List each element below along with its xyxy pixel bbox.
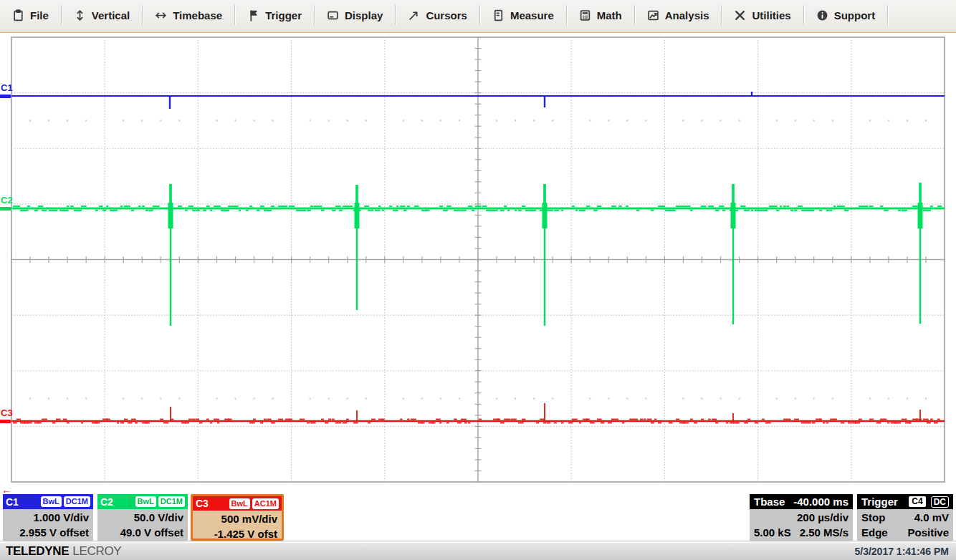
c3-noise: [493, 419, 499, 420]
grid-minor-dot: [589, 398, 591, 400]
c2-noise: [618, 206, 622, 207]
menu-utilities[interactable]: Utilities: [722, 0, 803, 30]
grid-minor-dot: [85, 120, 87, 121]
menu-cursors[interactable]: Cursors: [396, 0, 479, 30]
c2-noise: [554, 210, 559, 211]
c2-noise: [930, 206, 933, 207]
c3-noise: [34, 423, 39, 424]
c3-spike: [919, 410, 921, 421]
channel-descriptor-c1[interactable]: C1 BwL DC1M 1.000 V/div 2.955 V offset: [3, 494, 93, 541]
c3-noise: [708, 419, 711, 420]
c3-noise: [285, 419, 290, 420]
grid-minor-dot: [29, 120, 31, 121]
grid-minor-dot: [925, 398, 927, 400]
grid-minor-dot: [347, 398, 348, 400]
channel-descriptor-c3[interactable]: C3 BwL AC1M 500 mV/div -1.425 V ofst: [191, 494, 284, 541]
grid-minor-dot: [67, 120, 68, 121]
menu-support[interactable]: Support: [804, 0, 888, 30]
c2-noise: [658, 206, 661, 207]
c3-noise: [163, 423, 168, 424]
c2-noise: [837, 206, 841, 207]
c2-noise: [500, 210, 505, 211]
c3-noise: [561, 423, 564, 424]
c3-noise: [730, 423, 735, 424]
c2-trace[interactable]: [11, 208, 945, 210]
menu-math[interactable]: Math: [567, 0, 634, 30]
c3-noise: [421, 423, 425, 424]
grid-minor-dot: [533, 120, 535, 121]
grid-minor-dot: [365, 398, 367, 400]
menu-vertical[interactable]: Vertical: [62, 0, 142, 30]
c2-spike: [169, 184, 172, 208]
c2-noise: [224, 210, 229, 211]
c2-noise: [332, 210, 336, 211]
grid-minor-dot: [123, 398, 124, 400]
c3-noise: [783, 419, 787, 420]
menu-display[interactable]: Display: [315, 0, 395, 30]
c1-trace[interactable]: [11, 95, 945, 97]
c2-noise: [937, 206, 942, 207]
c3-noise: [27, 423, 32, 424]
c2-offset-marker[interactable]: [0, 207, 11, 211]
c3-noise: [855, 423, 860, 424]
menu-timebase[interactable]: Timebase: [143, 0, 234, 30]
c2-noise: [651, 210, 654, 211]
trigger-coupling-badge: DC: [931, 496, 949, 508]
c3-noise: [267, 419, 272, 420]
coupling-badge: DC1M: [64, 496, 90, 507]
grid-minor-dot: [869, 398, 871, 400]
c2-noise: [755, 210, 760, 211]
c2-noise: [787, 206, 789, 207]
menu-analysis[interactable]: Analysis: [635, 0, 722, 30]
file-icon: [12, 9, 24, 21]
c3-label[interactable]: C3: [1, 407, 13, 418]
c3-noise: [224, 419, 229, 420]
grid-minor-dot: [701, 398, 702, 400]
grid-minor-dot: [178, 398, 180, 400]
menu-file[interactable]: File: [0, 0, 61, 30]
menu-trigger[interactable]: Trigger: [235, 0, 314, 30]
c3-noise: [81, 423, 83, 424]
timebase-descriptor[interactable]: Tbase -40.000 ms 200 µs/div 5.00 kS2.50 …: [750, 494, 853, 541]
c2-noise: [300, 210, 305, 211]
trigger-descriptor[interactable]: Trigger C4 DC Stop4.0 mV EdgePositive: [857, 494, 953, 541]
c3-noise: [823, 423, 825, 424]
grid-minor-dot: [832, 398, 833, 400]
grid-minor-dot: [254, 398, 255, 400]
channel-settings: 500 mV/div -1.425 V ofst: [193, 511, 282, 539]
c2-spike: [731, 203, 736, 228]
c1-offset-marker[interactable]: [0, 95, 11, 98]
c3-offset-marker[interactable]: [0, 420, 11, 423]
c3-noise: [217, 423, 219, 424]
horizontal-arrows-icon: [155, 9, 167, 21]
c2-noise: [375, 210, 380, 211]
c2-noise: [765, 210, 768, 211]
c3-noise: [930, 419, 933, 420]
menu-measure[interactable]: Measure: [480, 0, 566, 30]
grid-minor-dot: [869, 120, 871, 121]
grid-minor-dot: [608, 398, 609, 400]
channel-header: C3 BwL AC1M: [193, 496, 282, 511]
c3-noise: [24, 423, 29, 424]
c2-spike: [918, 203, 923, 228]
c2-noise: [540, 210, 543, 211]
c2-noise: [919, 206, 922, 207]
grid-minor-dot: [776, 120, 778, 121]
channel-descriptor-c2[interactable]: C2 BwL DC1M 50.0 V/div 49.0 V offset: [97, 494, 188, 541]
bandwidth-limit-badge: BwL: [41, 496, 62, 507]
display-icon: [327, 9, 339, 21]
c1-label[interactable]: C1: [1, 82, 13, 93]
c2-label[interactable]: C2: [1, 195, 13, 206]
c2-noise: [70, 206, 74, 207]
c3-noise: [196, 419, 199, 420]
c3-noise: [579, 423, 581, 424]
c3-noise: [848, 423, 851, 424]
c3-noise: [106, 419, 110, 420]
c3-trace[interactable]: [11, 420, 945, 422]
c2-noise: [611, 206, 616, 207]
footer-separator: [0, 541, 956, 541]
c2-spike: [168, 203, 173, 228]
c3-noise: [307, 423, 310, 424]
grid-minor-dot: [645, 120, 646, 121]
grid-minor-dot: [123, 120, 124, 121]
